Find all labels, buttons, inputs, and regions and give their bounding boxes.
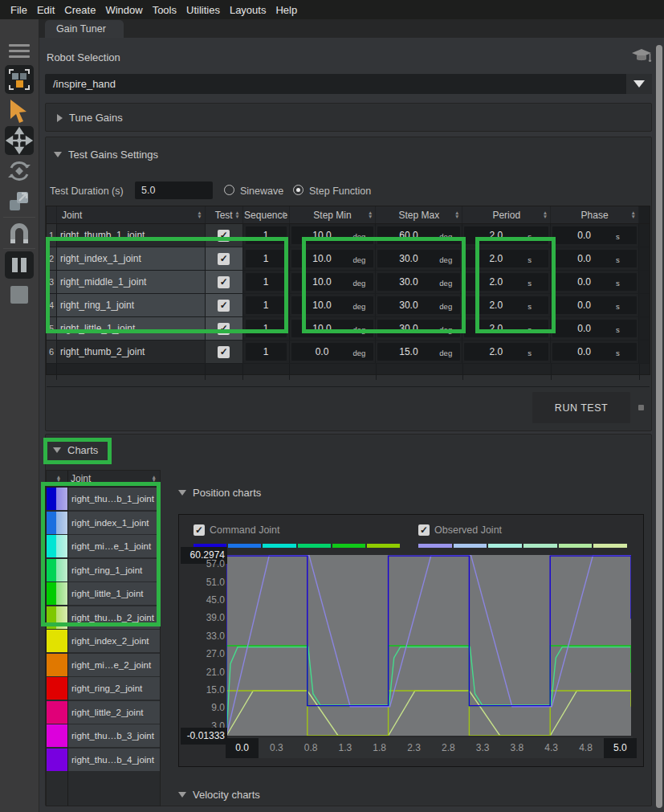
- robot-selection-label: Robot Selection: [47, 51, 120, 63]
- rotate-tool-button[interactable]: [6, 158, 32, 184]
- joint-list-label: right_thu…b_3_joint: [68, 724, 160, 747]
- column-header-phase[interactable]: Phase: [581, 210, 609, 221]
- menu-item-file[interactable]: File: [6, 4, 31, 16]
- menu-item-edit[interactable]: Edit: [33, 4, 59, 16]
- tune-gains-section: Tune Gains: [45, 103, 652, 132]
- menu-item-layouts[interactable]: Layouts: [226, 4, 271, 16]
- selection-mode-button[interactable]: [5, 65, 34, 94]
- velocity-charts-title: Velocity charts: [193, 789, 260, 801]
- annotation-rectangle: [41, 482, 161, 626]
- joint-name-cell[interactable]: right_thumb_2_joint: [57, 341, 206, 363]
- menu-lines-icon: [9, 50, 30, 52]
- position-charts-title: Position charts: [193, 487, 261, 499]
- joint-list-label: right_little_2_joint: [68, 701, 160, 724]
- phase-cell[interactable]: 0.0s: [552, 296, 637, 314]
- step-function-radio-label: Step Function: [309, 186, 371, 197]
- list-item[interactable]: right_ring_2_joint: [47, 677, 160, 700]
- menu-lines-icon[interactable]: [9, 44, 30, 47]
- joint-color-swatch: [47, 749, 67, 771]
- colorbar-segment: [298, 544, 331, 548]
- sort-icon[interactable]: ▲▼: [454, 211, 459, 218]
- expanded-triangle-icon: [54, 152, 62, 157]
- sort-icon[interactable]: ▲▼: [368, 211, 373, 218]
- list-item[interactable]: right_mi…e_2_joint: [47, 654, 160, 676]
- step_max-cell[interactable]: 15.0deg: [377, 343, 460, 361]
- velocity-charts-header[interactable]: Velocity charts: [178, 789, 260, 801]
- y-tick-label: 57.0: [181, 558, 227, 569]
- step-function-radio[interactable]: [293, 185, 303, 195]
- menu-item-window[interactable]: Window: [101, 4, 146, 16]
- step_min-cell[interactable]: 0.0deg: [291, 343, 374, 361]
- cursor-tool-button[interactable]: [9, 100, 30, 124]
- menu-item-create[interactable]: Create: [60, 4, 100, 16]
- sort-icon[interactable]: ▲▼: [197, 211, 202, 218]
- menu-item-tools[interactable]: Tools: [149, 4, 181, 16]
- run-test-button[interactable]: RUN TEST: [532, 392, 630, 423]
- period-cell[interactable]: 2.0s: [464, 343, 548, 361]
- pause-button[interactable]: [5, 251, 34, 279]
- test-duration-label: Test Duration (s): [50, 186, 124, 197]
- x-tick-label: 0.0: [226, 738, 259, 758]
- annotation-rectangle: [43, 438, 112, 464]
- list-item[interactable]: right_little_2_joint: [47, 701, 160, 724]
- menu-lines-icon: [9, 55, 30, 58]
- menu-item-utilities[interactable]: Utilities: [182, 4, 224, 16]
- move-tool-button[interactable]: [5, 126, 34, 155]
- stop-icon[interactable]: [10, 286, 28, 304]
- colorbar-segment: [454, 544, 487, 548]
- test-duration-input[interactable]: [135, 182, 213, 199]
- vertical-scrollbar[interactable]: [656, 45, 662, 808]
- command-joint-label: Command Joint: [210, 524, 280, 536]
- scale-icon: [7, 189, 31, 213]
- sort-icon[interactable]: ▲▼: [543, 211, 548, 218]
- phase-cell[interactable]: 0.0s: [552, 273, 637, 291]
- test-gains-header[interactable]: Test Gains Settings: [46, 137, 651, 161]
- tune-gains-header[interactable]: Tune Gains: [46, 104, 651, 124]
- phase-cell[interactable]: 0.0s: [552, 250, 637, 267]
- phase-cell[interactable]: 0.0s: [552, 343, 637, 361]
- joint-list-label: right_ring_2_joint: [68, 677, 160, 700]
- y-tick-label: 9.0: [181, 702, 227, 713]
- list-item[interactable]: right_thu…b_3_joint: [47, 724, 160, 747]
- sinewave-radio[interactable]: [224, 185, 234, 195]
- selection-mode-icon: [5, 65, 34, 94]
- phase-cell[interactable]: 0.0s: [552, 226, 637, 244]
- column-header-period[interactable]: Period: [492, 210, 520, 221]
- snap-tool-button[interactable]: [8, 222, 31, 245]
- column-header-step-min[interactable]: Step Min: [313, 210, 351, 221]
- column-header-test[interactable]: Test: [215, 210, 233, 221]
- joint-color-swatch: [47, 630, 67, 652]
- position-charts-header[interactable]: Position charts: [178, 487, 261, 499]
- gain-tuner-window: FileEditCreateWindowToolsUtilitiesLayout…: [0, 0, 664, 812]
- table-row[interactable]: 6right_thumb_2_joint✓10.0deg15.0deg2.0s0…: [47, 341, 650, 364]
- expanded-triangle-icon: [178, 490, 186, 496]
- sequence-cell[interactable]: 1: [246, 343, 287, 361]
- tab-gain-tuner[interactable]: Gain Tuner: [45, 20, 124, 38]
- column-header-joint[interactable]: Joint: [57, 210, 82, 221]
- graduation-cap-icon[interactable]: [631, 47, 652, 66]
- menu-item-help[interactable]: Help: [271, 4, 301, 16]
- command-joint-legend: ✓ Command Joint: [193, 524, 280, 536]
- expanded-triangle-icon: [178, 792, 186, 798]
- list-item[interactable]: right_index_2_joint: [47, 630, 160, 652]
- chevron-down-icon[interactable]: [626, 74, 652, 94]
- command-joint-checkbox[interactable]: ✓: [193, 524, 205, 536]
- sort-icon[interactable]: ▲▼: [234, 211, 239, 218]
- phase-cell[interactable]: 0.0s: [552, 320, 637, 337]
- position-chart: ✓ Command Joint ✓ Observed Joint 60.2974…: [178, 514, 644, 767]
- test-checkbox[interactable]: ✓: [218, 346, 230, 358]
- sort-icon[interactable]: ▲▼: [631, 211, 636, 218]
- observed-colorbar: [418, 544, 627, 548]
- robot-selector-dropdown[interactable]: /inspire_hand: [45, 74, 652, 94]
- x-tick-label: 2.8: [432, 742, 465, 753]
- observed-joint-checkbox[interactable]: ✓: [418, 524, 430, 536]
- list-item[interactable]: right_thu…b_4_joint: [47, 749, 160, 771]
- menu-bar: FileEditCreateWindowToolsUtilitiesLayout…: [0, 0, 664, 19]
- column-header-step-max[interactable]: Step Max: [399, 210, 440, 221]
- colorbar-segment: [263, 544, 295, 548]
- colorbar-segment: [523, 544, 557, 548]
- y-tick-label: -0.01333: [181, 728, 227, 745]
- scale-tool-button[interactable]: [7, 189, 31, 213]
- sort-icon[interactable]: ▲▼: [281, 211, 286, 218]
- colorbar-segment: [418, 544, 452, 548]
